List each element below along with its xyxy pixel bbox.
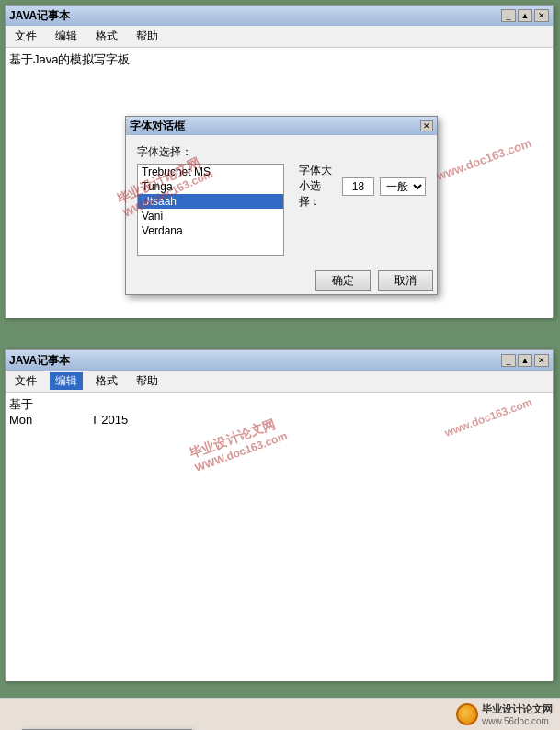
menu-edit-top[interactable]: 编辑 [50, 28, 83, 45]
menu-edit-bottom[interactable]: 编辑 [50, 372, 83, 390]
font-dialog: 字体对话框 ✕ 字体选择： Trebuchet MS Tunga Utsaah … [125, 116, 438, 295]
bottom-editor-line2: Mon T 2015 [9, 413, 549, 427]
bottom-maximize-button[interactable]: ▲ [518, 354, 532, 367]
menu-file-bottom[interactable]: 文件 [9, 372, 42, 390]
top-window: JAVA记事本 _ ▲ ✕ 文件 编辑 格式 帮助 基于Java的模拟写字板 字… [5, 5, 554, 317]
bottom-title-bar: JAVA记事本 _ ▲ ✕ [6, 350, 553, 371]
font-item-vani[interactable]: Vani [138, 209, 283, 223]
minimize-button[interactable]: _ [501, 9, 516, 22]
font-item-verdana[interactable]: Verdana [138, 223, 283, 238]
top-title-bar: JAVA记事本 _ ▲ ✕ [6, 6, 553, 26]
font-item-utsaah[interactable]: Utsaah [138, 194, 283, 209]
watermark-bottom-2: WWW.doc163.com [193, 429, 289, 474]
confirm-button[interactable]: 确定 [315, 270, 371, 291]
menu-format-top[interactable]: 格式 [90, 28, 123, 45]
bottom-menu-bar: 文件 编辑 格式 帮助 [6, 371, 553, 393]
font-item-trebuchet[interactable]: Trebuchet MS [138, 165, 283, 179]
top-editor-text: 基于Java的模拟写字板 [9, 52, 130, 66]
logo-text-area: 毕业设计论文网 www.56doc.com [482, 702, 553, 726]
bottom-title-buttons: _ ▲ ✕ [501, 354, 549, 367]
font-list[interactable]: Trebuchet MS Tunga Utsaah Vani Verdana [137, 164, 284, 256]
dialog-title-bar: 字体对话框 ✕ [126, 117, 437, 135]
size-label: 字体大小选择： [299, 163, 337, 210]
dialog-close-button[interactable]: ✕ [420, 120, 433, 131]
font-size-dropdown[interactable]: 一般 [380, 177, 426, 196]
top-window-title: JAVA记事本 [9, 8, 70, 24]
menu-help-top[interactable]: 帮助 [131, 28, 164, 45]
top-title-buttons: _ ▲ ✕ [501, 9, 549, 22]
bottom-editor[interactable]: 基于 Mon T 2015 毕业设计论文网 WWW.doc163.com www… [6, 393, 553, 681]
bottom-editor-line1: 基于 [9, 396, 549, 413]
logo-icon [456, 703, 478, 725]
close-button[interactable]: ✕ [534, 9, 549, 22]
logo-sub-text: www.56doc.com [482, 716, 553, 726]
logo-area: 毕业设计论文网 www.56doc.com [456, 702, 553, 726]
menu-help-bottom[interactable]: 帮助 [131, 372, 164, 390]
bottom-window: JAVA记事本 _ ▲ ✕ 文件 编辑 格式 帮助 基于 Mon T 2015 … [5, 349, 554, 680]
font-label: 字体选择： [137, 144, 284, 160]
menu-format-bottom[interactable]: 格式 [90, 372, 123, 390]
font-item-tunga[interactable]: Tunga [138, 179, 283, 194]
bottom-close-button[interactable]: ✕ [534, 354, 549, 367]
maximize-button[interactable]: ▲ [518, 9, 532, 22]
dialog-title: 字体对话框 [130, 119, 185, 134]
bottom-window-title: JAVA记事本 [9, 353, 70, 369]
font-size-input[interactable] [342, 177, 374, 196]
bottom-bar: 毕业设计论文网 www.56doc.com [0, 698, 560, 730]
top-menu-bar: 文件 编辑 格式 帮助 [6, 26, 553, 48]
cancel-button[interactable]: 取消 [378, 270, 433, 291]
logo-main-text: 毕业设计论文网 [482, 702, 553, 716]
dialog-buttons: 确定 取消 [126, 265, 437, 294]
menu-file-top[interactable]: 文件 [9, 28, 42, 45]
dialog-content: 字体选择： Trebuchet MS Tunga Utsaah Vani Ver… [126, 135, 437, 265]
bottom-minimize-button[interactable]: _ [501, 354, 516, 367]
